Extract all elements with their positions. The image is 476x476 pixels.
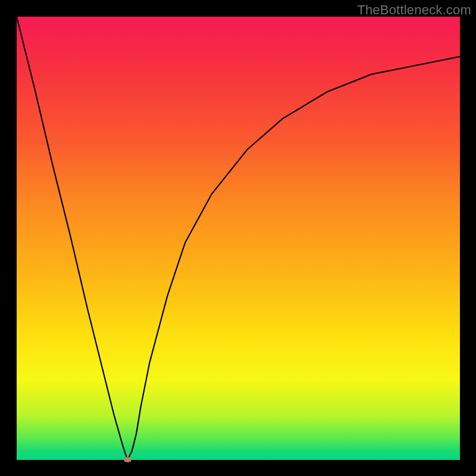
curve-path	[17, 17, 460, 460]
watermark-text: TheBottleneck.com	[357, 2, 471, 18]
plot-area	[17, 17, 460, 460]
minimum-marker	[124, 457, 131, 462]
chart-frame: TheBottleneck.com	[0, 0, 476, 476]
bottleneck-curve	[17, 17, 460, 460]
